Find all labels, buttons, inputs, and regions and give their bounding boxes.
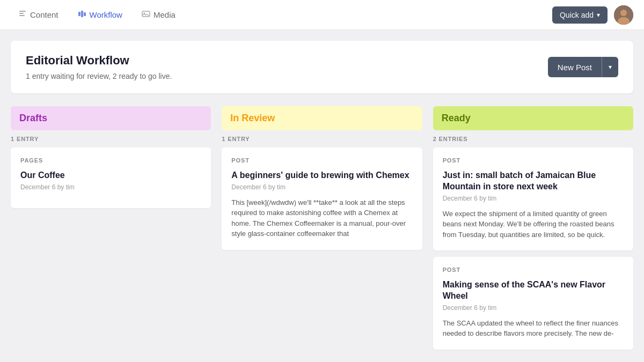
nav-workflow-label: Workflow: [90, 10, 122, 19]
nav-right: Quick add ▾: [552, 5, 633, 25]
card-our-coffee[interactable]: PAGES Our Coffee December 6 by tim: [11, 147, 211, 208]
card-our-coffee-meta: December 6 by tim: [20, 183, 201, 191]
svg-rect-5: [84, 12, 86, 16]
quick-add-label: Quick add: [560, 11, 594, 19]
svg-rect-4: [81, 11, 83, 17]
nav-items: Content Workflow Media: [11, 5, 552, 25]
quick-add-button[interactable]: Quick add ▾: [552, 6, 608, 24]
avatar[interactable]: [614, 5, 633, 25]
drafts-entry-count: 1 ENTRY: [11, 136, 211, 142]
media-icon: [142, 10, 150, 20]
card-chemex-meta: December 6 by tim: [231, 183, 412, 191]
in-review-entry-count: 1 ENTRY: [222, 136, 422, 142]
column-ready: Ready 2 ENTRIES POST Just in: small batc…: [433, 106, 633, 356]
nav-media[interactable]: Media: [134, 5, 183, 25]
svg-point-9: [620, 10, 627, 16]
nav-content-label: Content: [30, 10, 58, 19]
card-blue-mountain[interactable]: POST Just in: small batch of Jamaican Bl…: [433, 147, 633, 250]
column-ready-label: Ready: [442, 113, 471, 123]
card-chemex-guide[interactable]: POST A beginners' guide to brewing with …: [222, 147, 422, 250]
new-post-chevron-icon: ▾: [602, 58, 618, 76]
column-in-review: In Review 1 ENTRY POST A beginners' guid…: [222, 106, 422, 356]
page-title: Editorial Workflow: [26, 54, 172, 68]
svg-rect-1: [19, 13, 24, 14]
column-drafts: Drafts 1 ENTRY PAGES Our Coffee December…: [11, 106, 211, 356]
nav-media-label: Media: [153, 10, 175, 19]
column-header-ready: Ready: [433, 106, 633, 130]
svg-rect-0: [19, 11, 26, 12]
column-drafts-label: Drafts: [19, 113, 47, 123]
page-content: Editorial Workflow 1 entry waiting for r…: [0, 30, 644, 362]
nav-content[interactable]: Content: [11, 5, 66, 25]
card-blue-mountain-title: Just in: small batch of Jamaican Blue Mo…: [443, 170, 624, 193]
nav-workflow[interactable]: Workflow: [70, 5, 130, 25]
avatar-initial: [614, 5, 633, 25]
card-blue-mountain-type: POST: [443, 157, 624, 164]
workflow-icon: [78, 10, 86, 20]
card-chemex-excerpt: This [week](/wdwdw) we'll **take** a loo…: [231, 197, 412, 239]
svg-rect-2: [19, 15, 25, 16]
top-nav: Content Workflow Media Quick add ▾: [0, 0, 644, 30]
new-post-label: New Post: [548, 57, 602, 77]
card-blue-mountain-meta: December 6 by tim: [443, 195, 624, 202]
card-chemex-title: A beginners' guide to brewing with Cheme…: [231, 170, 412, 181]
card-flavor-wheel-meta: December 6 by tim: [443, 304, 624, 312]
column-in-review-label: In Review: [230, 113, 275, 123]
card-flavor-wheel[interactable]: POST Making sense of the SCAA's new Flav…: [433, 257, 633, 350]
card-our-coffee-title: Our Coffee: [20, 170, 201, 181]
card-flavor-wheel-title: Making sense of the SCAA's new Flavor Wh…: [443, 279, 624, 302]
header-card-left: Editorial Workflow 1 entry waiting for r…: [26, 54, 172, 80]
page-subtitle: 1 entry waiting for review, 2 ready to g…: [26, 72, 172, 80]
card-flavor-wheel-excerpt: The SCAA updated the wheel to reflect th…: [443, 318, 624, 339]
new-post-button[interactable]: New Post ▾: [548, 57, 618, 77]
card-our-coffee-type: PAGES: [20, 157, 201, 164]
svg-rect-3: [78, 12, 80, 16]
column-header-drafts: Drafts: [11, 106, 211, 130]
header-card: Editorial Workflow 1 entry waiting for r…: [11, 41, 633, 93]
ready-entry-count: 2 ENTRIES: [433, 136, 633, 142]
column-header-in-review: In Review: [222, 106, 422, 130]
card-chemex-type: POST: [231, 157, 412, 164]
quick-add-chevron-icon: ▾: [597, 11, 600, 19]
card-blue-mountain-excerpt: We expect the shipment of a limited quan…: [443, 209, 624, 240]
kanban-board: Drafts 1 ENTRY PAGES Our Coffee December…: [11, 106, 633, 356]
content-icon: [18, 10, 27, 20]
card-flavor-wheel-type: POST: [443, 267, 624, 273]
